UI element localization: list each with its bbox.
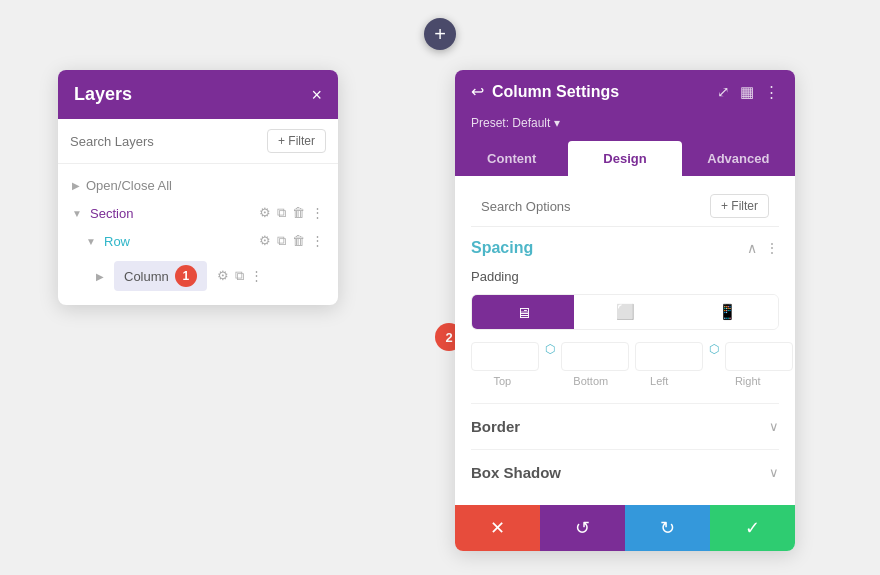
box-shadow-section[interactable]: Box Shadow ∨ bbox=[471, 449, 779, 495]
top-label: Top bbox=[471, 375, 534, 387]
device-tab-tablet[interactable]: ⬜ bbox=[574, 295, 676, 329]
padding-labels: Top Bottom Left Right bbox=[471, 375, 779, 387]
top-bottom-link-icon[interactable]: ⬡ bbox=[545, 342, 555, 371]
tab-content[interactable]: Content bbox=[455, 141, 568, 176]
row-label: Row bbox=[104, 234, 253, 249]
row-delete-icon[interactable]: 🗑 bbox=[292, 233, 305, 249]
layers-panel: Layers × + Filter ▶ Open/Close All ▼ Sec… bbox=[58, 70, 338, 305]
preset-label[interactable]: Preset: Default ▾ bbox=[471, 116, 560, 130]
layers-search-input[interactable] bbox=[70, 134, 259, 149]
column-label: Column bbox=[124, 269, 169, 284]
open-close-label: Open/Close All bbox=[86, 178, 172, 193]
more-options-icon[interactable]: ⋮ bbox=[764, 83, 779, 101]
device-tabs: 🖥 ⬜ 📱 bbox=[471, 294, 779, 330]
row-actions: ⚙ ⧉ 🗑 ⋮ bbox=[259, 233, 324, 249]
layers-body: ▶ Open/Close All ▼ Section ⚙ ⧉ 🗑 ⋮ ▼ Row… bbox=[58, 164, 338, 305]
expand-icon[interactable]: ⤢ bbox=[717, 83, 730, 101]
padding-label: Padding bbox=[471, 269, 779, 284]
spacing-more-icon[interactable]: ⋮ bbox=[765, 240, 779, 256]
device-tab-mobile[interactable]: 📱 bbox=[676, 295, 778, 329]
left-right-link-icon[interactable]: ⬡ bbox=[709, 342, 719, 371]
column-badge: Column 1 bbox=[114, 261, 207, 291]
layers-header: Layers × bbox=[58, 70, 338, 119]
section-actions: ⚙ ⧉ 🗑 ⋮ bbox=[259, 205, 324, 221]
section-label: Section bbox=[90, 206, 253, 221]
layers-close-button[interactable]: × bbox=[311, 86, 322, 104]
section-more-icon[interactable]: ⋮ bbox=[311, 205, 324, 221]
column-more-icon[interactable]: ⋮ bbox=[250, 268, 263, 284]
list-item: ▼ Section ⚙ ⧉ 🗑 ⋮ bbox=[58, 199, 338, 227]
section-duplicate-icon[interactable]: ⧉ bbox=[277, 205, 286, 221]
settings-filter-button[interactable]: + Filter bbox=[710, 194, 769, 218]
left-label: Left bbox=[628, 375, 691, 387]
redo-button[interactable]: ↻ bbox=[625, 505, 710, 551]
action-bar: ✕ ↺ ↻ ✓ bbox=[455, 505, 795, 551]
row-arrow-icon: ▼ bbox=[86, 236, 98, 247]
section-settings-icon[interactable]: ⚙ bbox=[259, 205, 271, 221]
settings-search-bar: + Filter bbox=[471, 186, 779, 227]
spacing-collapse-icon[interactable]: ∧ bbox=[747, 240, 757, 256]
section-delete-icon[interactable]: 🗑 bbox=[292, 205, 305, 221]
border-section[interactable]: Border ∨ bbox=[471, 403, 779, 449]
column-actions: ⚙ ⧉ ⋮ bbox=[217, 268, 263, 284]
save-button[interactable]: ✓ bbox=[710, 505, 795, 551]
layers-filter-button[interactable]: + Filter bbox=[267, 129, 326, 153]
padding-top-input[interactable]: 30px bbox=[471, 342, 539, 371]
box-shadow-title: Box Shadow bbox=[471, 464, 561, 481]
padding-right-group: 50px bbox=[725, 342, 793, 371]
open-close-all[interactable]: ▶ Open/Close All bbox=[58, 172, 338, 199]
bottom-label: Bottom bbox=[560, 375, 623, 387]
border-collapse-icon: ∨ bbox=[769, 419, 779, 434]
settings-body: + Filter Spacing ∧ ⋮ Padding 🖥 ⬜ 📱 bbox=[455, 176, 795, 505]
padding-inputs: 30px ⬡ 30px 50px ⬡ 50px bbox=[471, 342, 779, 371]
padding-left-group: 50px bbox=[635, 342, 703, 371]
border-title: Border bbox=[471, 418, 520, 435]
settings-header: ↩ Column Settings ⤢ ▦ ⋮ bbox=[455, 70, 795, 113]
right-label: Right bbox=[717, 375, 780, 387]
padding-left-input[interactable]: 50px bbox=[635, 342, 703, 371]
spacing-section: Spacing ∧ ⋮ Padding 🖥 ⬜ 📱 30px ⬡ bbox=[471, 239, 779, 387]
device-tab-desktop[interactable]: 🖥 bbox=[472, 295, 574, 329]
tab-advanced[interactable]: Advanced bbox=[682, 141, 795, 176]
box-shadow-collapse-icon: ∨ bbox=[769, 465, 779, 480]
step1-badge: 1 bbox=[175, 265, 197, 287]
row-settings-icon[interactable]: ⚙ bbox=[259, 233, 271, 249]
settings-tabs: Content Design Advanced bbox=[455, 141, 795, 176]
open-close-arrow-icon: ▶ bbox=[72, 180, 80, 191]
spacing-title: Spacing bbox=[471, 239, 533, 257]
settings-title: Column Settings bbox=[492, 83, 619, 101]
settings-panel: ↩ Column Settings ⤢ ▦ ⋮ Preset: Default … bbox=[455, 70, 795, 551]
layers-search-bar: + Filter bbox=[58, 119, 338, 164]
padding-bottom-group: 30px bbox=[561, 342, 629, 371]
padding-top-group: 30px bbox=[471, 342, 539, 371]
padding-bottom-input[interactable]: 30px bbox=[561, 342, 629, 371]
column-arrow-icon: ▶ bbox=[96, 271, 108, 282]
list-item: ▼ Row ⚙ ⧉ 🗑 ⋮ bbox=[58, 227, 338, 255]
layout-icon[interactable]: ▦ bbox=[740, 83, 754, 101]
settings-header-left: ↩ Column Settings bbox=[471, 82, 619, 101]
row-duplicate-icon[interactable]: ⧉ bbox=[277, 233, 286, 249]
back-icon[interactable]: ↩ bbox=[471, 82, 484, 101]
row-more-icon[interactable]: ⋮ bbox=[311, 233, 324, 249]
reset-button[interactable]: ↺ bbox=[540, 505, 625, 551]
spacing-actions: ∧ ⋮ bbox=[747, 240, 779, 256]
padding-right-input[interactable]: 50px bbox=[725, 342, 793, 371]
tab-design[interactable]: Design bbox=[568, 141, 681, 176]
settings-search-input[interactable] bbox=[481, 199, 702, 214]
column-settings-icon[interactable]: ⚙ bbox=[217, 268, 229, 284]
settings-header-actions: ⤢ ▦ ⋮ bbox=[717, 83, 779, 101]
column-duplicate-icon[interactable]: ⧉ bbox=[235, 268, 244, 284]
preset-bar: Preset: Default ▾ bbox=[455, 113, 795, 141]
add-button[interactable]: + bbox=[424, 18, 456, 50]
layers-title: Layers bbox=[74, 84, 132, 105]
cancel-button[interactable]: ✕ bbox=[455, 505, 540, 551]
section-arrow-icon: ▼ bbox=[72, 208, 84, 219]
spacing-header: Spacing ∧ ⋮ bbox=[471, 239, 779, 257]
list-item: ▶ Column 1 ⚙ ⧉ ⋮ bbox=[58, 255, 338, 297]
